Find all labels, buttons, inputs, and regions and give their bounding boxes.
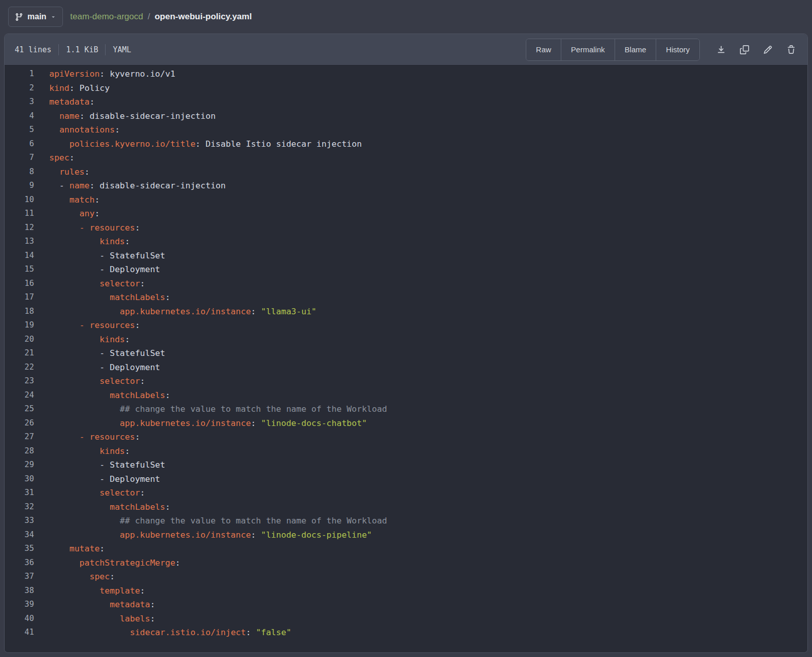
code-text: matchLabels: [34,290,170,305]
line-number[interactable]: 25 [5,402,34,416]
line-number[interactable]: 15 [5,262,34,277]
line-number[interactable]: 13 [5,235,34,249]
copy-icon [740,45,749,54]
line-number[interactable]: 29 [5,458,34,472]
code-line: 37 spec: [5,570,807,584]
code-view: 1apiVersion: kyverno.io/v12kind: Policy3… [5,65,807,652]
code-text: annotations: [34,123,120,137]
chevron-down-icon [50,14,56,20]
line-number[interactable]: 37 [5,570,34,584]
branch-name: main [27,12,46,21]
code-line: 1apiVersion: kyverno.io/v1 [5,67,807,81]
line-number[interactable]: 9 [5,179,34,193]
trash-icon [787,45,796,54]
code-line: 30 - Deployment [5,472,807,486]
code-text: - Deployment [34,472,160,486]
code-line: 17 matchLabels: [5,290,807,305]
line-number[interactable]: 36 [5,556,34,570]
code-line: 3metadata: [5,95,807,109]
code-text: - StatefulSet [34,458,165,472]
line-number[interactable]: 19 [5,318,34,333]
code-text: - StatefulSet [34,346,165,360]
permalink-button[interactable]: Permalink [561,39,615,60]
git-branch-icon [15,13,23,21]
line-number[interactable]: 32 [5,500,34,514]
code-text: sidecar.istio.io/inject: "false" [34,626,291,640]
code-line: 33 ## change the value to match the name… [5,514,807,528]
line-number[interactable]: 3 [5,95,34,109]
line-number[interactable]: 18 [5,305,34,319]
code-line: 5 annotations: [5,123,807,137]
code-line: 4 name: disable-sidecar-injection [5,109,807,123]
line-number[interactable]: 22 [5,360,34,375]
code-text: - resources: [34,430,140,444]
file-language: YAML [113,45,131,54]
code-line: 15 - Deployment [5,262,807,277]
code-text: spec: [34,570,115,584]
line-number[interactable]: 11 [5,207,34,221]
code-line: 8 rules: [5,165,807,179]
edit-pencil-icon [763,45,772,54]
code-line: 11 any: [5,207,807,221]
blame-button[interactable]: Blame [615,39,656,60]
code-text: template: [34,584,145,598]
line-number[interactable]: 41 [5,626,34,640]
line-number[interactable]: 4 [5,109,34,123]
file-size: 1.1 KiB [66,45,98,54]
repo-link[interactable]: team-demo-argocd [70,12,143,22]
code-text: kinds: [34,235,130,249]
line-number[interactable]: 5 [5,123,34,137]
code-line: 20 kinds: [5,333,807,347]
code-text: apiVersion: kyverno.io/v1 [34,67,175,81]
history-button[interactable]: History [656,39,699,60]
delete-button[interactable] [782,41,800,59]
line-number[interactable]: 16 [5,277,34,291]
line-number[interactable]: 28 [5,444,34,458]
line-number[interactable]: 1 [5,67,34,81]
line-number[interactable]: 30 [5,472,34,486]
line-number[interactable]: 40 [5,612,34,626]
line-number[interactable]: 39 [5,598,34,612]
code-text: app.kubernetes.io/instance: "llama3-ui" [34,305,317,319]
code-text: ## change the value to match the name of… [34,402,387,416]
code-line: 7spec: [5,151,807,165]
line-number[interactable]: 7 [5,151,34,165]
line-number[interactable]: 6 [5,137,34,151]
copy-button[interactable] [735,41,754,59]
line-number[interactable]: 26 [5,416,34,431]
line-number[interactable]: 24 [5,388,34,403]
code-line: 16 selector: [5,277,807,291]
line-number[interactable]: 31 [5,486,34,500]
code-line: 40 labels: [5,612,807,626]
line-number[interactable]: 34 [5,528,34,542]
line-number[interactable]: 12 [5,221,34,235]
download-button[interactable] [712,41,730,59]
line-number[interactable]: 20 [5,333,34,347]
code-line: 38 template: [5,584,807,598]
code-text: policies.kyverno.io/title: Disable Istio… [34,137,362,151]
code-line: 28 kinds: [5,444,807,458]
line-number[interactable]: 8 [5,165,34,179]
line-number[interactable]: 33 [5,514,34,528]
raw-button[interactable]: Raw [526,39,561,60]
breadcrumb-separator: / [148,12,150,22]
branch-selector-button[interactable]: main [8,7,63,27]
line-number[interactable]: 2 [5,81,34,95]
code-line: 39 metadata: [5,598,807,612]
line-number[interactable]: 14 [5,249,34,263]
code-line: 29 - StatefulSet [5,458,807,472]
line-number[interactable]: 17 [5,290,34,305]
line-number[interactable]: 10 [5,193,34,207]
code-line: 32 matchLabels: [5,500,807,514]
line-number[interactable]: 35 [5,542,34,556]
edit-button[interactable] [759,41,777,59]
code-text: app.kubernetes.io/instance: "linode-docs… [34,528,372,542]
line-number[interactable]: 23 [5,374,34,388]
code-text: kinds: [34,444,130,458]
code-text: spec: [34,151,75,165]
line-number[interactable]: 27 [5,430,34,444]
line-number[interactable]: 21 [5,346,34,360]
line-number[interactable]: 38 [5,584,34,598]
code-line: 13 kinds: [5,235,807,249]
code-text: - resources: [34,221,140,235]
